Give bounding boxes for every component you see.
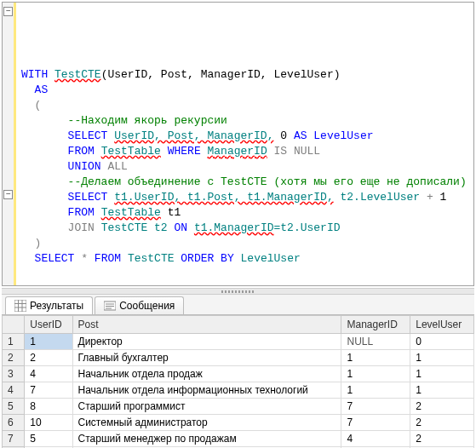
table-row[interactable]: 34Начальник отдела продаж11 [3, 366, 474, 382]
comment-2: --Делаем объединение с TestCTE (хотя мы … [68, 175, 467, 188]
op-plus: + [427, 191, 433, 204]
alias-t1: t1 [168, 206, 181, 219]
cell-post[interactable]: Начальник отдела информационных технолог… [72, 382, 341, 399]
col-post[interactable]: Post [72, 316, 341, 334]
sql-editor[interactable]: − − WITH TestCTE(UserID, Post, ManagerID… [2, 2, 474, 286]
cell-managerid[interactable]: 7 [341, 399, 410, 415]
cell-post[interactable]: Старший программист [72, 399, 341, 415]
splitter-handle[interactable] [2, 288, 474, 295]
kw-where: WHERE [168, 145, 201, 158]
cell-post[interactable]: Начальник отдела продаж [72, 366, 341, 382]
kw-join: JOIN [68, 221, 95, 234]
kw-is: IS [274, 145, 288, 158]
kw-union: UNION [68, 160, 101, 173]
kw-select-3: SELECT [35, 252, 75, 265]
star: * [81, 252, 88, 265]
row-header[interactable]: 6 [3, 415, 25, 431]
literal-one: 1 [440, 191, 447, 204]
literal-zero: 0 [280, 129, 287, 142]
row-header[interactable]: 2 [3, 350, 25, 366]
table-row[interactable]: 11ДиректорNULL0 [3, 334, 474, 350]
cell-leveluser[interactable]: 1 [410, 366, 474, 382]
row-header[interactable]: 1 [3, 334, 25, 350]
fold-toggle-top[interactable]: − [3, 7, 13, 16]
change-indicator [14, 3, 16, 285]
cell-leveluser[interactable]: 2 [410, 431, 474, 447]
cte-name: TestCTE [54, 68, 101, 81]
table-row[interactable]: 58Старший программист72 [3, 399, 474, 415]
gutter: − − [3, 3, 14, 285]
cell-userid[interactable]: 2 [25, 350, 72, 366]
cell-leveluser[interactable]: 1 [410, 382, 474, 399]
fold-toggle-bottom[interactable]: − [3, 190, 13, 199]
cell-userid[interactable]: 10 [25, 415, 72, 431]
cell-leveluser[interactable]: 2 [410, 399, 474, 415]
cell-post[interactable]: Главный бухгалтер [72, 350, 341, 366]
row-header[interactable]: 3 [3, 366, 25, 382]
tbl-2: TestTable [101, 206, 161, 219]
order-col: LevelUser [241, 252, 301, 265]
col-managerid[interactable]: ManagerID [341, 316, 410, 334]
as-leveluser: AS LevelUser [294, 129, 374, 142]
cell-leveluser[interactable]: 0 [410, 334, 474, 350]
paren-open: ( [35, 99, 42, 112]
on-right: =t2.UserID [274, 221, 341, 234]
kw-from-1: FROM [68, 145, 95, 158]
cte-cols: (UserID, Post, ManagerID, LevelUser) [101, 68, 341, 81]
row-header[interactable]: 4 [3, 382, 25, 399]
cell-userid[interactable]: 8 [25, 399, 72, 415]
cell-post[interactable]: Системный администратор [72, 415, 341, 431]
cell-post[interactable]: Директор [72, 334, 341, 350]
cell-managerid[interactable]: 1 [341, 366, 410, 382]
messages-icon [104, 300, 116, 312]
kw-from-2: FROM [68, 206, 95, 219]
where-col: ManagerID [208, 145, 267, 158]
select-cols-1: UserID, Post, ManagerID, [114, 129, 273, 142]
row-header[interactable]: 5 [3, 399, 25, 415]
select-cols-2: t1.UserID, t1.Post, t1.ManagerID, [114, 191, 333, 204]
kw-on: ON [174, 221, 187, 234]
col-leveluser[interactable]: LevelUser [410, 316, 474, 334]
cell-managerid[interactable]: 1 [341, 350, 410, 366]
cell-leveluser[interactable]: 2 [410, 415, 474, 431]
kw-null: NULL [294, 145, 320, 158]
tab-results-label: Результаты [30, 300, 83, 312]
tab-messages[interactable]: Сообщения [95, 296, 184, 314]
kw-select-1: SELECT [68, 129, 108, 142]
kw-select-2: SELECT [68, 191, 108, 204]
tbl-1: TestTable [101, 145, 161, 158]
cell-post[interactable]: Старший менеджер по продажам [72, 431, 341, 447]
cell-userid[interactable]: 4 [25, 366, 72, 382]
table-row[interactable]: 47Начальник отдела информационных технол… [3, 382, 474, 399]
on-left: t1.ManagerID [194, 221, 274, 234]
kw-with: WITH [21, 68, 48, 81]
grid-icon [14, 300, 26, 312]
table-row[interactable]: 75Старший менеджер по продажам42 [3, 431, 474, 447]
cell-managerid[interactable]: 7 [341, 415, 410, 431]
cell-leveluser[interactable]: 1 [410, 350, 474, 366]
svg-rect-0 [14, 300, 26, 312]
row-header[interactable]: 7 [3, 431, 25, 447]
kw-all: ALL [107, 160, 127, 173]
cell-managerid[interactable]: 4 [341, 431, 410, 447]
t2-level: t2.LevelUser [341, 191, 421, 204]
cell-managerid[interactable]: 1 [341, 382, 410, 399]
table-row[interactable]: 22Главный бухгалтер11 [3, 350, 474, 366]
comment-1: --Находим якорь рекурсии [68, 114, 227, 127]
cell-userid[interactable]: 5 [25, 431, 72, 447]
results-grid[interactable]: UserID Post ManagerID LevelUser 11Директ… [2, 315, 474, 448]
cell-managerid[interactable]: NULL [341, 334, 410, 350]
cell-userid[interactable]: 7 [25, 382, 72, 399]
kw-from-3: FROM [95, 252, 121, 265]
kw-as: AS [35, 83, 49, 96]
col-userid[interactable]: UserID [25, 316, 72, 334]
tab-messages-label: Сообщения [119, 300, 175, 312]
tab-results[interactable]: Результаты [5, 296, 93, 314]
results-tabs: Результаты Сообщения [2, 295, 474, 315]
join-cte: TestCTE t2 [101, 221, 168, 234]
grid-corner[interactable] [3, 316, 25, 334]
code[interactable]: WITH TestCTE(UserID, Post, ManagerID, Le… [21, 67, 473, 267]
table-row[interactable]: 610Системный администратор72 [3, 415, 474, 431]
paren-close: ) [35, 237, 42, 250]
cell-userid[interactable]: 1 [25, 334, 72, 350]
